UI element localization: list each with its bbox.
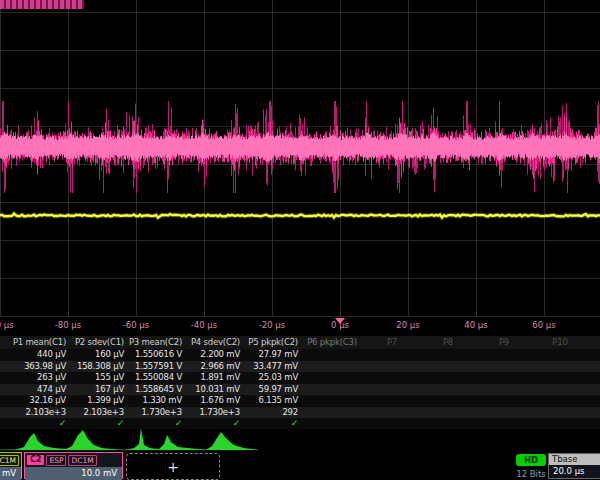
measure-cell: 292	[242, 407, 300, 419]
measure-cell: 2.966 mV	[184, 361, 242, 373]
measure-cell: 25.03 mV	[242, 372, 300, 384]
measure-cell: 158.308 µV	[68, 361, 126, 373]
timebase-descriptor[interactable]: Tbase 20.0 µs	[548, 453, 600, 479]
add-trace-button[interactable]: +	[126, 453, 220, 480]
time-tick-label: -80 µs	[55, 320, 81, 330]
measure-column-header[interactable]: P1 mean(C1)	[10, 336, 68, 349]
measure-column-header[interactable]: P2 sdev(C1)	[68, 336, 126, 349]
measure-cell: 474 µV	[10, 384, 68, 396]
c2-label: C2	[27, 455, 44, 465]
measure-column-header[interactable]: P3 mean(C2)	[126, 336, 184, 349]
measure-column-header-inactive[interactable]: P9	[476, 336, 532, 349]
measure-column-header[interactable]: P4 sdev(C2)	[184, 336, 242, 349]
timebase-title: Tbase	[549, 454, 600, 465]
measure-cell: 1.330 mV	[126, 395, 184, 407]
measure-cell: 1.558645 V	[126, 384, 184, 396]
time-tick-label: -60 µs	[123, 320, 149, 330]
time-tick-label: -20 µs	[259, 320, 285, 330]
time-tick-label: 60 µs	[532, 320, 555, 330]
measure-column-header-inactive[interactable]: P6 pkpk(C3)	[300, 336, 364, 349]
parameter-histicon	[14, 433, 72, 450]
measure-cell: 10.031 mV	[184, 384, 242, 396]
c2-esp-badge: ESP	[46, 455, 66, 466]
measure-cell: 1.891 mV	[184, 372, 242, 384]
time-tick-label: 40 µs	[464, 320, 487, 330]
timebase-axis: 00 µs-80 µs-60 µs-40 µs-20 µs0 µs20 µs40…	[0, 317, 600, 333]
measure-column-header-inactive[interactable]: P7	[364, 336, 420, 349]
cropped-top-left-label	[0, 0, 84, 9]
time-tick-label: 00 µs	[0, 320, 14, 330]
measure-cell: 1.730e+3	[126, 407, 184, 419]
measure-cell: 363.98 µV	[10, 361, 68, 373]
measure-cell: 2.200 mV	[184, 349, 242, 361]
time-tick-label: 20 µs	[396, 320, 419, 330]
measure-column-header[interactable]: P5 pkpk(C2)	[242, 336, 300, 349]
measurement-histicons	[0, 425, 600, 453]
hd-mode-button[interactable]: HD	[516, 454, 546, 466]
timebase-value: 20.0 µs	[549, 465, 600, 478]
measure-cell: 1.550084 V	[126, 372, 184, 384]
measure-cell: 1.557591 V	[126, 361, 184, 373]
measure-cell: 59.97 mV	[242, 384, 300, 396]
measure-cell: 1.550616 V	[126, 349, 184, 361]
measure-cell: 32.16 µV	[10, 395, 68, 407]
measure-cell: 2.103e+3	[68, 407, 126, 419]
c2-coupling-badge: DC1M	[68, 455, 96, 466]
waveform-traces	[0, 0, 600, 317]
time-tick-label: -40 µs	[191, 320, 217, 330]
channel-c1-descriptor[interactable]: DC1M 10.0 mV	[0, 452, 22, 479]
measure-cell: 263 µV	[10, 372, 68, 384]
hd-bits-label: 12 Bits	[510, 469, 552, 479]
waveform-grid	[0, 0, 600, 317]
measure-cell: 1.676 mV	[184, 395, 242, 407]
measure-cell: 6.135 mV	[242, 395, 300, 407]
measure-cell: 167 µV	[68, 384, 126, 396]
measure-cell: 2.103e+3	[10, 407, 68, 419]
measure-column-header-inactive[interactable]: P8	[420, 336, 476, 349]
oscilloscope-screen: 00 µs-80 µs-60 µs-40 µs-20 µs0 µs20 µs40…	[0, 0, 600, 480]
parameter-histicon	[64, 430, 120, 450]
parameter-histicon	[126, 428, 166, 450]
measure-cell: 1.399 µV	[68, 395, 126, 407]
measure-cell: 155 µV	[68, 372, 126, 384]
c1-volts-per-div: 10.0 mV	[0, 467, 21, 480]
measure-column-header-inactive[interactable]: P10	[532, 336, 588, 349]
measure-cell: 160 µV	[68, 349, 126, 361]
trigger-position-marker-icon[interactable]	[335, 318, 345, 324]
measure-cell: 440 µV	[10, 349, 68, 361]
measure-cell: 33.477 mV	[242, 361, 300, 373]
channel-c2-descriptor[interactable]: C2 ESP DC1M 10.0 mV	[24, 452, 123, 479]
measure-cell: 1.730e+3	[184, 407, 242, 419]
plus-icon: +	[167, 459, 179, 475]
c1-coupling-badge: DC1M	[0, 455, 19, 466]
c2-volts-per-div: 10.0 mV	[25, 467, 122, 480]
measurement-table: P1 mean(C1)P2 sdev(C1)P3 mean(C2)P4 sdev…	[0, 336, 600, 429]
parameter-histicon	[158, 435, 206, 450]
measure-cell: 27.97 mV	[242, 349, 300, 361]
descriptor-strip: DC1M 10.0 mV C2 ESP DC1M 10.0 mV + HD 12…	[0, 452, 600, 480]
parameter-histicon	[206, 432, 256, 450]
